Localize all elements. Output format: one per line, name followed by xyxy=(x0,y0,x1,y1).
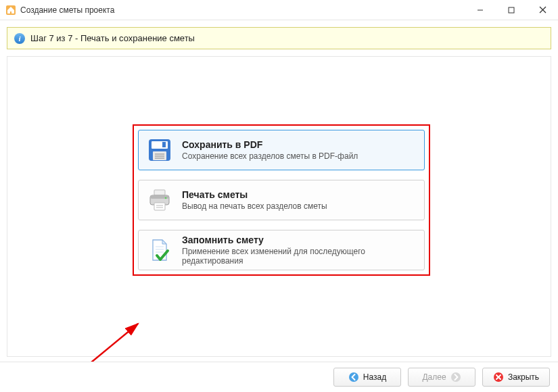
svg-rect-13 xyxy=(154,190,165,195)
step-info-bar: i Шаг 7 из 7 - Печать и сохранение сметы xyxy=(7,27,551,49)
option-title: Печать сметы xyxy=(182,189,327,200)
svg-rect-3 xyxy=(509,7,514,13)
cancel-icon xyxy=(493,372,504,383)
option-desc: Применение всех изменений для последующе… xyxy=(182,247,416,266)
svg-point-24 xyxy=(349,372,358,382)
option-save-pdf[interactable]: Сохранить в PDF Сохранение всех разделов… xyxy=(138,130,425,170)
option-desc: Вывод на печать всех разделов сметы xyxy=(182,201,327,211)
option-title: Сохранить в PDF xyxy=(182,139,358,150)
svg-rect-8 xyxy=(162,142,166,147)
back-button[interactable]: Назад xyxy=(333,368,401,387)
button-label: Назад xyxy=(363,372,386,382)
options-highlight-box: Сохранить в PDF Сохранение всех разделов… xyxy=(133,124,430,276)
app-icon xyxy=(5,5,16,16)
printer-icon xyxy=(147,187,172,213)
main-panel: Сохранить в PDF Сохранение всех разделов… xyxy=(7,56,551,357)
arrow-left-icon xyxy=(348,372,359,383)
close-window-button[interactable] xyxy=(527,0,558,20)
svg-point-25 xyxy=(451,372,461,382)
option-remember[interactable]: Запомнить смету Применение всех изменени… xyxy=(138,230,425,270)
option-print[interactable]: Печать сметы Вывод на печать всех раздел… xyxy=(138,180,425,220)
svg-rect-1 xyxy=(10,11,11,14)
info-icon: i xyxy=(14,33,25,44)
maximize-button[interactable] xyxy=(496,0,527,20)
floppy-disk-icon xyxy=(147,137,172,163)
svg-point-16 xyxy=(165,197,167,199)
button-label: Далее xyxy=(422,372,446,382)
window-titlebar: Создание сметы проекта xyxy=(0,0,558,20)
close-button[interactable]: Закрыть xyxy=(482,368,550,387)
button-label: Закрыть xyxy=(508,372,539,382)
document-check-icon xyxy=(147,237,172,263)
option-title: Запомнить смету xyxy=(182,235,416,245)
option-desc: Сохранение всех разделов сметы в PDF-фай… xyxy=(182,151,358,161)
wizard-footer: Назад Далее Закрыть xyxy=(0,362,558,392)
window-title: Создание сметы проекта xyxy=(20,5,465,15)
next-button: Далее xyxy=(408,368,475,387)
step-info-text: Шаг 7 из 7 - Печать и сохранение сметы xyxy=(30,33,195,43)
svg-rect-17 xyxy=(154,203,165,210)
minimize-button[interactable] xyxy=(465,0,496,20)
arrow-right-icon xyxy=(450,372,461,383)
